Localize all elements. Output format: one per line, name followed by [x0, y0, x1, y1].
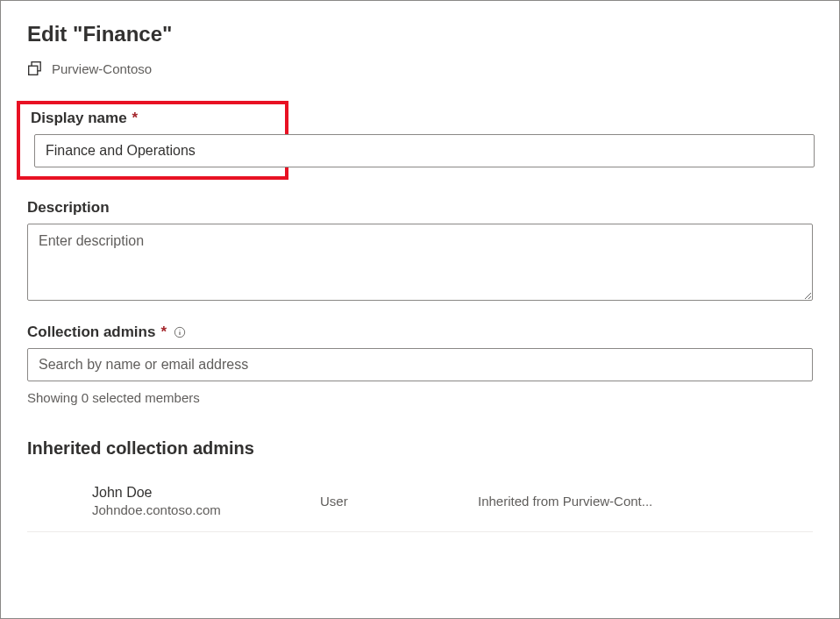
display-name-label-text: Display name	[31, 110, 127, 127]
admin-inherited-from: Inherited from Purview-Cont...	[478, 494, 652, 509]
selected-members-count: Showing 0 selected members	[27, 390, 813, 405]
page-title: Edit "Finance"	[27, 22, 813, 46]
breadcrumb: Purview-Contoso	[27, 60, 813, 76]
description-label: Description	[27, 199, 813, 217]
collection-hierarchy-icon	[27, 60, 43, 76]
admin-type: User	[320, 494, 478, 509]
svg-point-4	[180, 330, 181, 331]
collection-admins-label: Collection admins *	[27, 324, 813, 341]
inherited-admins-heading: Inherited collection admins	[27, 438, 813, 459]
breadcrumb-parent: Purview-Contoso	[52, 61, 152, 76]
edit-collection-panel: Edit "Finance" Purview-Contoso Display n…	[0, 0, 840, 619]
description-input[interactable]	[27, 224, 813, 301]
required-asterisk: *	[160, 324, 167, 341]
description-label-text: Description	[27, 199, 110, 217]
display-name-input[interactable]	[34, 134, 815, 167]
display-name-highlight: Display name *	[17, 101, 288, 180]
collection-admins-label-text: Collection admins	[27, 324, 155, 341]
description-field: Description	[27, 199, 813, 304]
table-row: John Doe Johndoe.contoso.com User Inheri…	[27, 476, 813, 532]
admin-name: John Doe	[92, 485, 320, 501]
svg-rect-1	[29, 66, 38, 75]
display-name-label: Display name *	[31, 110, 278, 127]
collection-admins-field: Collection admins * Showing 0 selected m…	[27, 324, 813, 405]
required-asterisk: *	[132, 110, 139, 127]
admin-identity: John Doe Johndoe.contoso.com	[92, 485, 320, 517]
collection-admins-search-input[interactable]	[27, 348, 813, 381]
info-icon[interactable]	[174, 326, 186, 338]
admin-email: Johndoe.contoso.com	[92, 502, 320, 517]
